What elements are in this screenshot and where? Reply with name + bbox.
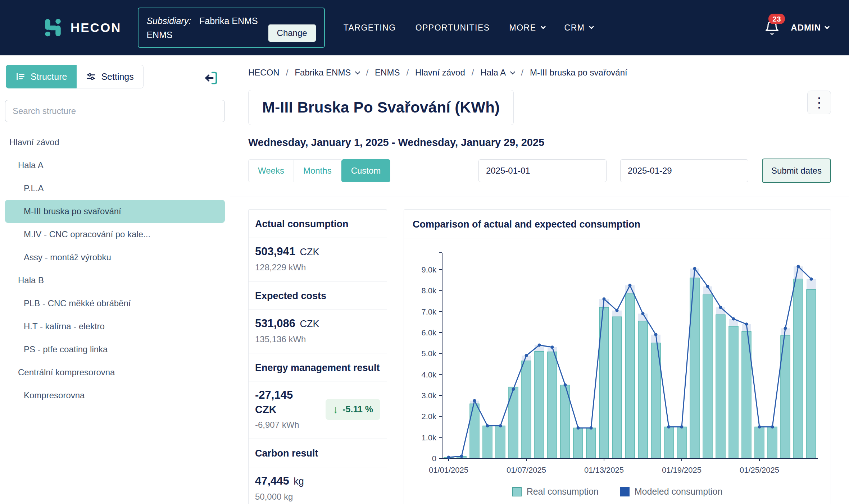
nav-link-more[interactable]: MORE <box>509 23 545 33</box>
stat-sub-value: 50,000 kg <box>255 492 380 502</box>
stat-unit: kg <box>294 476 304 487</box>
breadcrumb-item-label: HECON <box>248 68 280 78</box>
percent-change-value: -5.11 % <box>342 404 373 414</box>
stats-card: Actual consumption 503,941 CZK 128,229 k… <box>248 209 387 504</box>
svg-text:3.0k: 3.0k <box>421 391 437 400</box>
breadcrumb: HECON/Fabrika ENMS/ENMS/Hlavní závod/Hal… <box>248 68 831 78</box>
title-row: M-III Bruska Po Svařování (KWh) ⋮ <box>248 90 831 125</box>
tab-weeks[interactable]: Weeks <box>248 159 294 182</box>
chevron-down-icon <box>510 69 515 74</box>
subsidiary-label: Subsidiary: <box>146 16 191 26</box>
tree-item[interactable]: M.IV - CNC opracování po kale... <box>5 223 225 246</box>
range-tab-group: Weeks Months Custom <box>248 159 390 182</box>
breadcrumb-separator: / <box>366 68 368 78</box>
stat-value: 503,941 <box>255 245 295 258</box>
main-content: HECON/Fabrika ENMS/ENMS/Hlavní závod/Hal… <box>230 55 849 504</box>
layout: Structure Settings <box>0 55 849 504</box>
nav-link-label: OPPORTUNITIES <box>416 23 490 33</box>
stat-body-carbon: 47,445 kg 50,000 kg <box>249 467 387 504</box>
date-inputs: Submit dates <box>478 159 831 183</box>
consumption-chart: 01.0k2.0k3.0k4.0k5.0k6.0k7.0k8.0k9.0k01/… <box>409 246 825 484</box>
structure-tree: Hlavní závodHala AP.L.AM-III bruska po s… <box>5 131 225 407</box>
stat-sub-value: 135,136 kWh <box>255 334 380 344</box>
svg-text:01/19/2025: 01/19/2025 <box>662 466 702 475</box>
user-menu[interactable]: ADMIN <box>791 23 829 33</box>
stat-value: 531,086 <box>255 317 295 330</box>
legend-label: Modeled consumption <box>635 486 723 497</box>
tree-item[interactable]: Assy - montáž výrobku <box>5 246 225 269</box>
stat-title-expected: Expected costs <box>249 281 387 310</box>
brand[interactable]: HECON <box>42 17 121 38</box>
tree-item[interactable]: Centrální kompresorovna <box>5 361 225 384</box>
tab-settings[interactable]: Settings <box>77 65 143 88</box>
tree-item[interactable]: P.L.A <box>5 177 225 200</box>
stat-unit: CZK <box>300 319 319 329</box>
arrow-down-icon: ↓ <box>333 404 338 415</box>
breadcrumb-item[interactable]: HECON <box>248 68 280 78</box>
change-subsidiary-button[interactable]: Change <box>268 24 316 42</box>
stat-unit: CZK <box>255 404 299 416</box>
breadcrumb-separator: / <box>521 68 523 78</box>
nav-link-label: CRM <box>564 23 585 33</box>
svg-text:9.0k: 9.0k <box>421 265 437 274</box>
breadcrumb-item[interactable]: Hlavní závod <box>415 68 465 78</box>
nav-link-crm[interactable]: CRM <box>564 23 594 33</box>
chevron-down-icon <box>589 24 594 29</box>
tab-months[interactable]: Months <box>294 159 341 182</box>
navbar-right: 23 ADMIN <box>764 19 829 36</box>
breadcrumb-item-label: ENMS <box>375 68 400 78</box>
breadcrumb-separator: / <box>286 68 289 78</box>
logout-icon <box>203 70 219 86</box>
svg-text:01/13/2025: 01/13/2025 <box>584 466 624 475</box>
sidebar: Structure Settings <box>0 55 230 504</box>
tree-item[interactable]: Hala A <box>5 154 225 177</box>
svg-text:01/07/2025: 01/07/2025 <box>507 466 546 475</box>
svg-text:4.0k: 4.0k <box>421 370 437 379</box>
breadcrumb-item: M-III bruska po svařování <box>530 68 627 78</box>
svg-text:1.0k: 1.0k <box>421 433 437 442</box>
chart-body: 01.0k2.0k3.0k4.0k5.0k6.0k7.0k8.0k9.0k01/… <box>404 238 831 485</box>
nav-link-opportunities[interactable]: OPPORTUNITIES <box>416 23 490 33</box>
chevron-down-icon <box>540 24 545 29</box>
tree-item[interactable]: PS - ptfe coating linka <box>5 338 225 361</box>
nav-link-targeting[interactable]: TARGETING <box>344 23 396 33</box>
stat-title-actual: Actual consumption <box>249 210 387 238</box>
breadcrumb-item-label: Hlavní závod <box>415 68 465 78</box>
breadcrumb-item[interactable]: ENMS <box>375 68 400 78</box>
nav-link-label: TARGETING <box>344 23 396 33</box>
notifications-button[interactable]: 23 <box>764 19 780 36</box>
date-controls: Weeks Months Custom Submit dates <box>230 159 849 197</box>
tree-item[interactable]: PLB - CNC měkké obrábění <box>5 292 225 315</box>
app-root: HECON Subsidiary: Fabrika ENMS ENMS Chan… <box>0 0 849 504</box>
breadcrumb-item[interactable]: Fabrika ENMS <box>295 68 359 78</box>
tree-item[interactable]: Hala B <box>5 269 225 292</box>
date-from-input[interactable] <box>478 159 607 182</box>
notifications-count-badge: 23 <box>768 14 785 24</box>
tree-item[interactable]: Hlavní závod <box>5 131 225 154</box>
chart-title: Comparison of actual and expected consum… <box>404 210 831 238</box>
svg-text:2.0k: 2.0k <box>421 412 437 421</box>
date-to-input[interactable] <box>620 159 748 182</box>
stat-sub-value: -6,907 kWh <box>255 420 299 430</box>
svg-text:7.0k: 7.0k <box>421 307 437 316</box>
chevron-down-icon <box>825 24 830 29</box>
breadcrumb-item-label: M-III bruska po svařování <box>530 68 627 78</box>
tree-item[interactable]: H.T - kalírna - elektro <box>5 315 225 338</box>
breadcrumb-item[interactable]: Hala A <box>481 68 515 78</box>
subsidiary-line2: ENMS <box>146 28 258 42</box>
tree-item[interactable]: M-III bruska po svařování <box>5 200 225 223</box>
user-label: ADMIN <box>791 23 821 33</box>
search-input[interactable] <box>5 100 225 122</box>
more-options-button[interactable]: ⋮ <box>807 91 831 114</box>
submit-dates-button[interactable]: Submit dates <box>762 159 831 183</box>
stat-unit: CZK <box>300 247 319 257</box>
nav-link-label: MORE <box>509 23 536 33</box>
subsidiary-value: Fabrika ENMS <box>199 16 258 26</box>
collapse-sidebar-button[interactable] <box>203 70 219 87</box>
tab-structure[interactable]: Structure <box>6 65 77 88</box>
tab-custom[interactable]: Custom <box>341 159 391 182</box>
main-nav: TARGETING OPPORTUNITIES MORE CRM <box>344 23 594 33</box>
tree-item[interactable]: Kompresorovna <box>5 384 225 407</box>
sidebar-tabs: Structure Settings <box>6 65 225 88</box>
svg-text:01/01/2025: 01/01/2025 <box>429 466 468 475</box>
